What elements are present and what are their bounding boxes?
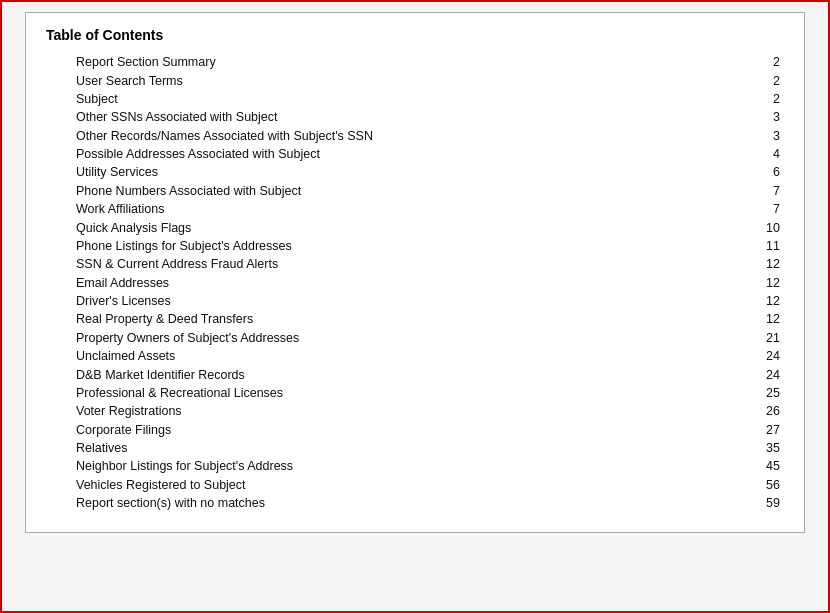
toc-row: Work Affiliations7 — [46, 200, 784, 218]
toc-item-page: 3 — [710, 108, 784, 126]
toc-item-page: 27 — [710, 421, 784, 439]
toc-item-label: Relatives — [46, 439, 710, 457]
toc-item-page: 12 — [710, 310, 784, 328]
toc-item-page: 2 — [710, 90, 784, 108]
toc-item-label: Other Records/Names Associated with Subj… — [46, 127, 710, 145]
toc-row: Phone Listings for Subject's Addresses11 — [46, 237, 784, 255]
toc-item-page: 45 — [710, 457, 784, 475]
page-container: Table of Contents Report Section Summary… — [0, 0, 830, 613]
toc-item-page: 4 — [710, 145, 784, 163]
toc-item-label: Email Addresses — [46, 274, 710, 292]
toc-row: SSN & Current Address Fraud Alerts12 — [46, 255, 784, 273]
toc-row: Other Records/Names Associated with Subj… — [46, 127, 784, 145]
toc-row: D&B Market Identifier Records24 — [46, 365, 784, 383]
toc-item-label: SSN & Current Address Fraud Alerts — [46, 255, 710, 273]
toc-item-label: Driver's Licenses — [46, 292, 710, 310]
toc-item-page: 35 — [710, 439, 784, 457]
toc-item-page: 10 — [710, 218, 784, 236]
toc-item-label: Subject — [46, 90, 710, 108]
toc-row: Other SSNs Associated with Subject3 — [46, 108, 784, 126]
toc-item-label: D&B Market Identifier Records — [46, 365, 710, 383]
toc-item-label: Neighbor Listings for Subject's Address — [46, 457, 710, 475]
toc-item-label: Corporate Filings — [46, 421, 710, 439]
toc-row: Email Addresses12 — [46, 274, 784, 292]
toc-item-label: Phone Listings for Subject's Addresses — [46, 237, 710, 255]
toc-row: User Search Terms2 — [46, 71, 784, 89]
toc-item-page: 2 — [710, 71, 784, 89]
toc-row: Phone Numbers Associated with Subject7 — [46, 182, 784, 200]
toc-row: Vehicles Registered to Subject56 — [46, 476, 784, 494]
toc-item-label: Work Affiliations — [46, 200, 710, 218]
toc-item-label: Phone Numbers Associated with Subject — [46, 182, 710, 200]
toc-row: Neighbor Listings for Subject's Address4… — [46, 457, 784, 475]
toc-item-label: Possible Addresses Associated with Subje… — [46, 145, 710, 163]
toc-row: Voter Registrations26 — [46, 402, 784, 420]
toc-item-page: 7 — [710, 200, 784, 218]
toc-row: Real Property & Deed Transfers12 — [46, 310, 784, 328]
toc-table: Report Section Summary2User Search Terms… — [46, 53, 784, 512]
toc-item-page: 24 — [710, 365, 784, 383]
toc-item-page: 3 — [710, 127, 784, 145]
toc-row: Relatives35 — [46, 439, 784, 457]
toc-item-page: 6 — [710, 163, 784, 181]
toc-item-label: Vehicles Registered to Subject — [46, 476, 710, 494]
toc-item-page: 2 — [710, 53, 784, 71]
toc-item-label: Property Owners of Subject's Addresses — [46, 329, 710, 347]
toc-item-page: 56 — [710, 476, 784, 494]
toc-item-page: 7 — [710, 182, 784, 200]
toc-item-label: Unclaimed Assets — [46, 347, 710, 365]
toc-row: Possible Addresses Associated with Subje… — [46, 145, 784, 163]
toc-row: Professional & Recreational Licenses25 — [46, 384, 784, 402]
toc-box: Table of Contents Report Section Summary… — [25, 12, 805, 533]
toc-item-page: 12 — [710, 274, 784, 292]
toc-item-page: 25 — [710, 384, 784, 402]
toc-item-page: 12 — [710, 255, 784, 273]
toc-title: Table of Contents — [46, 27, 784, 43]
toc-item-label: Voter Registrations — [46, 402, 710, 420]
toc-row: Report Section Summary2 — [46, 53, 784, 71]
toc-item-label: Report section(s) with no matches — [46, 494, 710, 512]
toc-item-label: Utility Services — [46, 163, 710, 181]
toc-item-page: 26 — [710, 402, 784, 420]
toc-row: Unclaimed Assets24 — [46, 347, 784, 365]
toc-item-label: Report Section Summary — [46, 53, 710, 71]
toc-item-page: 21 — [710, 329, 784, 347]
toc-row: Quick Analysis Flags10 — [46, 218, 784, 236]
toc-row: Utility Services6 — [46, 163, 784, 181]
toc-item-page: 24 — [710, 347, 784, 365]
toc-row: Property Owners of Subject's Addresses21 — [46, 329, 784, 347]
toc-item-label: Professional & Recreational Licenses — [46, 384, 710, 402]
toc-row: Subject2 — [46, 90, 784, 108]
toc-row: Corporate Filings27 — [46, 421, 784, 439]
toc-row: Driver's Licenses12 — [46, 292, 784, 310]
toc-item-label: Quick Analysis Flags — [46, 218, 710, 236]
toc-item-label: Real Property & Deed Transfers — [46, 310, 710, 328]
toc-item-label: Other SSNs Associated with Subject — [46, 108, 710, 126]
toc-item-page: 11 — [710, 237, 784, 255]
toc-row: Report section(s) with no matches59 — [46, 494, 784, 512]
toc-item-label: User Search Terms — [46, 71, 710, 89]
toc-item-page: 59 — [710, 494, 784, 512]
toc-item-page: 12 — [710, 292, 784, 310]
